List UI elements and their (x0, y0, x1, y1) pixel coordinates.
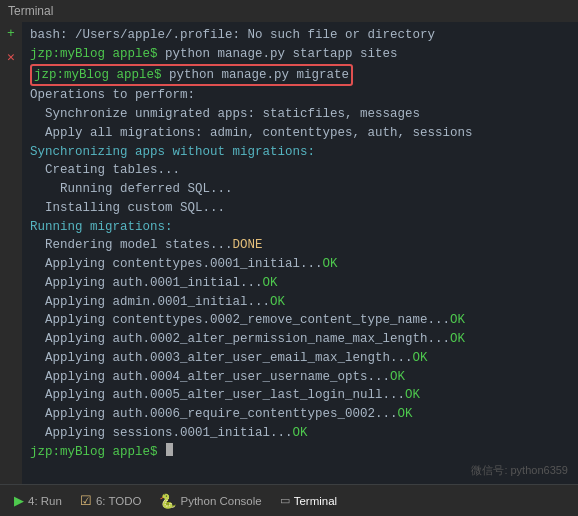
cursor (166, 443, 173, 456)
line-m9: Applying auth.0006_require_contenttypes_… (30, 405, 570, 424)
terminal-icon: ▭ (280, 494, 290, 507)
watermark-text: 微信号: python6359 (471, 464, 568, 476)
line-deferred: Running deferred SQL... (30, 180, 570, 199)
bottom-bar: ▶ 4: Run ☑ 6: TODO 🐍 Python Console ▭ Te… (0, 484, 578, 516)
tab-python-console[interactable]: 🐍 Python Console (151, 489, 269, 513)
terminal-window: Terminal + ✕ bash: /Users/apple/.profile… (0, 0, 578, 516)
title-bar: Terminal (0, 0, 578, 22)
python-icon: 🐍 (159, 493, 176, 509)
line-running-section: Running migrations: (30, 218, 570, 237)
tab-run-label: 4: Run (28, 495, 62, 507)
add-icon[interactable]: + (7, 26, 15, 41)
line-1-text: bash: /Users/apple/.profile: No such fil… (30, 26, 435, 45)
line-sync-section: Synchronizing apps without migrations: (30, 143, 570, 162)
left-strip: + ✕ (0, 22, 22, 484)
tab-run[interactable]: ▶ 4: Run (6, 489, 70, 512)
line-2-text: jzp:myBlog apple$ (30, 45, 165, 64)
line-creating: Creating tables... (30, 161, 570, 180)
line-m1: Applying contenttypes.0001_initial... OK (30, 255, 570, 274)
line-ops-header: Operations to perform: (30, 86, 570, 105)
title-label: Terminal (8, 4, 53, 18)
line-custom: Installing custom SQL... (30, 199, 570, 218)
tab-todo[interactable]: ☑ 6: TODO (72, 489, 150, 512)
tab-terminal[interactable]: ▭ Terminal (272, 490, 345, 511)
watermark: 微信号: python6359 (471, 463, 568, 478)
line-2: jzp:myBlog apple$ python manage.py start… (30, 45, 570, 64)
line-render: Rendering model states... DONE (30, 236, 570, 255)
line-m2: Applying auth.0001_initial... OK (30, 274, 570, 293)
terminal-output: bash: /Users/apple/.profile: No such fil… (22, 22, 578, 484)
line-m4: Applying contenttypes.0002_remove_conten… (30, 311, 570, 330)
line-1: bash: /Users/apple/.profile: No such fil… (30, 26, 570, 45)
tab-python-label: Python Console (180, 495, 261, 507)
line-m6: Applying auth.0003_alter_user_email_max_… (30, 349, 570, 368)
main-area: + ✕ bash: /Users/apple/.profile: No such… (0, 22, 578, 484)
line-m3: Applying admin.0001_initial... OK (30, 293, 570, 312)
line-prompt: jzp:myBlog apple$ (30, 443, 570, 462)
tab-todo-label: 6: TODO (96, 495, 142, 507)
line-highlighted: jzp:myBlog apple$ python manage.py migra… (30, 64, 570, 87)
close-icon[interactable]: ✕ (7, 49, 15, 65)
run-icon: ▶ (14, 493, 24, 508)
line-m7: Applying auth.0004_alter_user_username_o… (30, 368, 570, 387)
line-apply: Apply all migrations: admin, contenttype… (30, 124, 570, 143)
line-sync: Synchronize unmigrated apps: staticfiles… (30, 105, 570, 124)
line-m8: Applying auth.0005_alter_user_last_login… (30, 386, 570, 405)
tab-terminal-label: Terminal (294, 495, 337, 507)
line-m10: Applying sessions.0001_initial... OK (30, 424, 570, 443)
line-m5: Applying auth.0002_alter_permission_name… (30, 330, 570, 349)
todo-icon: ☑ (80, 493, 92, 508)
highlighted-command: jzp:myBlog apple$ python manage.py migra… (30, 64, 353, 87)
